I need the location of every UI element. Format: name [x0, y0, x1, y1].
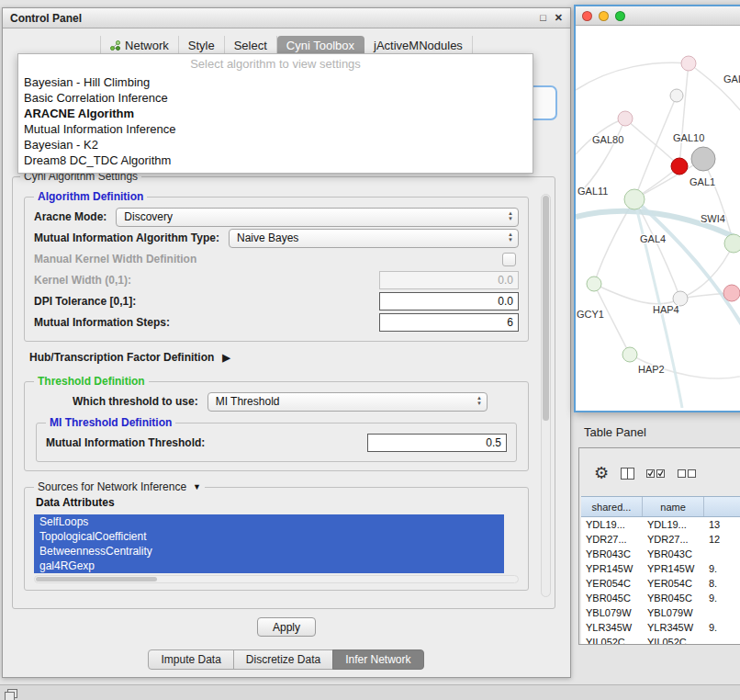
close-icon[interactable]: ✕ [555, 12, 563, 24]
vertical-scrollbar[interactable] [541, 194, 551, 597]
network-view-window[interactable]: GALGAL80GAL10GAL1GAL11SWI4GAL4GCY1HAP4HA… [574, 5, 740, 412]
graph-node-label: GCY1 [577, 309, 604, 320]
algorithm-option[interactable]: Bayesian - Hill Climbing [18, 74, 533, 90]
data-attributes-list[interactable]: SelfLoopsTopologicalCoefficientBetweenne… [34, 514, 504, 573]
table-row[interactable]: YDR27...YDR27...12 [581, 532, 740, 547]
manual-kernel-width-label: Manual Kernel Width Definition [34, 253, 196, 265]
network-canvas-area[interactable]: GALGAL80GAL10GAL1GAL11SWI4GAL4GCY1HAP4HA… [576, 26, 740, 411]
algorithm-option[interactable]: ARACNE Algorithm [18, 106, 533, 121]
kernel-width-field: 0.0 [379, 271, 519, 289]
table-cell: YBR043C [581, 547, 643, 561]
graph-node[interactable] [671, 158, 688, 175]
tab-label: Style [188, 39, 215, 52]
column-selector-icon[interactable] [621, 468, 634, 480]
table-row[interactable]: YBL079WYBL079W [581, 605, 740, 620]
sources-toggle[interactable]: Sources for Network Inference ▼ [34, 480, 205, 493]
network-canvas[interactable]: GALGAL80GAL10GAL1GAL11SWI4GAL4GCY1HAP4HA… [576, 26, 740, 408]
graph-node[interactable] [670, 89, 683, 102]
aracne-mode-select[interactable]: Discovery ▲▼ [116, 208, 519, 227]
table-row[interactable]: YBR045CYBR045C9. [581, 591, 740, 605]
gear-icon[interactable]: ⚙ [594, 465, 609, 481]
table-row[interactable]: YDL19...YDL19...13 [581, 517, 740, 532]
zoom-traffic-light[interactable] [615, 11, 625, 21]
graph-edge[interactable] [594, 284, 680, 304]
graph-node[interactable] [723, 285, 740, 301]
data-attributes-label: Data Attributes [36, 496, 519, 509]
table-cell: YDR27... [643, 532, 704, 547]
graph-edge[interactable] [679, 63, 689, 166]
dpi-tolerance-field[interactable]: 0.0 [379, 292, 519, 310]
close-traffic-light[interactable] [582, 11, 592, 21]
table-row[interactable]: YPR145WYPR145W9. [581, 561, 740, 576]
graph-node-label: GAL [723, 73, 740, 85]
table-cell: YER054C [643, 576, 704, 591]
graph-node[interactable] [724, 234, 740, 253]
mi-threshold-field[interactable]: 0.5 [367, 434, 507, 452]
minimize-traffic-light[interactable] [599, 11, 609, 21]
bottom-tab-discretize-data[interactable]: Discretize Data [233, 649, 333, 670]
mi-steps-field[interactable]: 6 [379, 313, 519, 332]
graph-node[interactable] [691, 147, 715, 171]
combo-arrows-icon: ▲▼ [476, 396, 483, 407]
mi-steps-label: Mutual Information Steps: [34, 316, 170, 329]
network-window-titlebar[interactable] [576, 6, 740, 26]
restore-window-icon[interactable] [7, 689, 17, 698]
threshold-definition-title: Threshold Definition [34, 375, 149, 388]
kernel-width-label: Kernel Width (0,1): [34, 274, 131, 287]
column-header[interactable] [704, 497, 740, 516]
graph-node[interactable] [624, 189, 645, 209]
hub-definition-toggle[interactable]: Hub/Transcription Factor Definition ▶ [29, 351, 529, 364]
scrollbar-thumb[interactable] [36, 577, 157, 581]
algorithm-option[interactable]: Bayesian - K2 [18, 137, 533, 152]
graph-edge[interactable] [689, 63, 740, 118]
table-panel-title: Table Panel [584, 425, 646, 439]
attribute-item[interactable]: gal4RGexp [34, 559, 504, 573]
attribute-item[interactable]: TopologicalCoefficient [34, 529, 504, 544]
table-cell: YLR345W [643, 620, 704, 635]
manual-kernel-width-checkbox[interactable] [502, 253, 516, 266]
table-cell: 12 [704, 532, 740, 547]
algorithm-option[interactable]: Dream8 DC_TDC Algorithm [18, 152, 533, 168]
table-cell [704, 605, 740, 620]
table-row[interactable]: YLR345WYLR345W9. [581, 620, 740, 635]
table-toolbar: ⚙ [579, 448, 740, 489]
scrollbar-thumb[interactable] [543, 196, 549, 421]
clear-selection-icon[interactable] [678, 469, 697, 478]
horizontal-scrollbar[interactable] [34, 575, 519, 583]
mi-algorithm-type-select[interactable]: Naive Bayes ▲▼ [229, 229, 519, 248]
graph-node-label: GAL80 [592, 134, 623, 145]
select-all-icon[interactable] [646, 469, 666, 478]
table-row[interactable]: YIL052CYIL052C [581, 635, 740, 645]
graph-node-label: GAL10 [673, 132, 704, 143]
table-cell: YBR045C [643, 591, 704, 605]
float-window-icon[interactable]: □ [540, 12, 546, 24]
algorithm-option[interactable]: Mutual Information Inference [18, 121, 533, 137]
control-panel-titlebar[interactable]: Control Panel □ ✕ [3, 8, 570, 28]
table-row[interactable]: YER054CYER054C8. [581, 576, 740, 591]
bottom-tab-infer-network[interactable]: Infer Network [332, 649, 423, 670]
which-threshold-select[interactable]: MI Threshold ▲▼ [207, 392, 488, 412]
graph-node[interactable] [587, 277, 601, 291]
graph-edge[interactable] [625, 119, 679, 166]
graph-node-label: GAL11 [577, 186, 608, 197]
algorithm-option[interactable]: Basic Correlation Inference [18, 90, 533, 106]
graph-node[interactable] [622, 347, 637, 362]
tab-label: Network [125, 39, 169, 52]
table-cell: 8. [704, 576, 740, 591]
graph-node[interactable] [618, 111, 633, 126]
table-cell: YIL052C [643, 635, 704, 645]
table-cell: YER054C [581, 576, 643, 591]
graph-edge[interactable] [576, 62, 689, 90]
column-header[interactable]: name [643, 497, 704, 516]
table-row[interactable]: YBR043CYBR043C [581, 547, 740, 561]
attribute-item[interactable]: BetweennessCentrality [34, 544, 504, 559]
apply-button[interactable]: Apply [257, 617, 316, 637]
graph-node-label: GAL1 [690, 176, 715, 187]
collapse-down-icon: ▼ [193, 482, 201, 491]
table-cell: 9. [704, 591, 740, 605]
table-cell [704, 635, 740, 645]
graph-node[interactable] [681, 56, 696, 71]
column-header[interactable]: shared... [581, 497, 643, 516]
bottom-tab-impute-data[interactable]: Impute Data [148, 649, 233, 670]
attribute-item[interactable]: SelfLoops [34, 514, 504, 529]
